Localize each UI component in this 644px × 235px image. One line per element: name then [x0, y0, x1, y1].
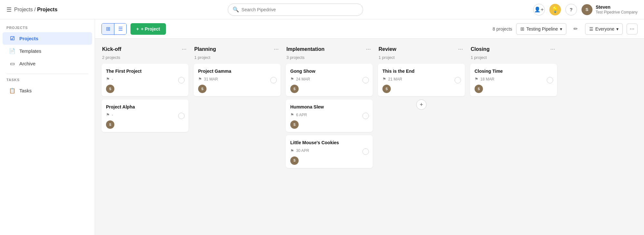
flag-icon: ⚑ — [382, 77, 386, 81]
col-implementation-menu-button[interactable]: ··· — [365, 45, 372, 53]
add-project-col-button[interactable]: + — [416, 99, 427, 110]
help-icon: ? — [570, 7, 572, 12]
col-review-menu-button[interactable]: ··· — [457, 45, 464, 53]
card-avatar: S — [106, 85, 114, 93]
card-footer: S — [382, 85, 460, 93]
card-date: 31 MAR — [204, 77, 218, 81]
card-this-is-the-end: This is the End ⚑ 21 MAR S — [378, 64, 465, 96]
card-meta: ⚑ 30 APR — [290, 148, 368, 153]
help-button[interactable]: ? — [565, 4, 577, 15]
search-input[interactable] — [242, 7, 358, 12]
card-gong-show: Gong Show ⚑ 24 MAR S — [286, 64, 373, 96]
card-date: - — [112, 113, 113, 117]
filter-label: Everyone — [595, 26, 614, 32]
user-info[interactable]: S Steven Test Pipedrive Company — [582, 4, 638, 15]
card-footer: S — [106, 120, 184, 129]
sidebar-item-archive[interactable]: ▭ Archive — [3, 57, 92, 70]
flag-icon: ⚑ — [290, 77, 294, 81]
sidebar-item-tasks[interactable]: 📋 Tasks — [3, 84, 92, 97]
col-implementation-title: Implementation — [286, 46, 324, 52]
card-meta: ⚑ - — [106, 112, 184, 117]
flag-icon: ⚑ — [290, 112, 294, 117]
breadcrumb-prefix: Projects / — [14, 7, 37, 12]
card-checkbox[interactable] — [362, 113, 369, 119]
card-little-mouse-cookies: Little Mouse's Cookies ⚑ 30 APR S — [286, 135, 373, 168]
content: ⊞ ☰ + + Project 8 projects ⊞ Testing Pip… — [95, 19, 644, 235]
bulb-button[interactable]: 💡 — [549, 4, 561, 15]
topnav-right: 👤+ 💡 ? S Steven Test Pipedrive Company — [533, 4, 638, 15]
col-closing-menu-button[interactable]: ··· — [549, 45, 556, 53]
add-col-icon: + — [420, 101, 423, 108]
col-kickoff-menu-button[interactable]: ··· — [180, 45, 188, 53]
add-project-icon: + — [136, 26, 139, 32]
card-footer: S — [106, 85, 184, 93]
col-planning-menu-button[interactable]: ··· — [273, 45, 280, 53]
col-planning: Planning ··· 1 project Project Gamma ⚑ 3… — [194, 45, 281, 235]
avatar: S — [582, 4, 592, 15]
col-closing-cards: Closing Time ⚑ 18 MAR S — [470, 64, 557, 96]
search-icon: 🔍 — [233, 6, 239, 13]
flag-icon: ⚑ — [290, 148, 294, 153]
kanban-board: Kick-off ··· 2 projects The First Projec… — [95, 39, 644, 235]
card-date: 18 MAR — [480, 77, 494, 81]
user-company: Test Pipedrive Company — [596, 10, 638, 15]
tasks-icon: 📋 — [9, 88, 15, 94]
card-the-first-project: The First Project ⚑ - S — [101, 64, 188, 96]
topnav: ☰ Projects / Projects 🔍 👤+ 💡 ? S Steven … — [0, 0, 644, 19]
filter-button[interactable]: ☰ Everyone ▾ — [585, 23, 623, 35]
card-footer: S — [198, 85, 276, 93]
card-avatar: S — [475, 85, 483, 93]
col-review-title: Review — [379, 46, 396, 52]
tasks-section-label: TASKS — [0, 78, 95, 84]
search-bar[interactable]: 🔍 — [228, 4, 363, 16]
card-checkbox[interactable] — [362, 77, 369, 83]
list-view-button[interactable]: ☰ — [114, 24, 126, 34]
col-review-header: Review ··· — [378, 45, 465, 53]
projects-section-label: PROJECTS — [0, 26, 95, 32]
col-kickoff-count: 2 projects — [101, 55, 188, 60]
card-meta: ⚑ 6 APR — [290, 112, 368, 117]
sidebar-divider — [6, 74, 88, 74]
add-person-button[interactable]: 👤+ — [533, 4, 545, 15]
col-review-count: 1 project — [378, 55, 465, 60]
pipeline-selector[interactable]: ⊞ Testing Pipeline ▾ — [516, 23, 566, 35]
topnav-left: ☰ Projects / Projects — [6, 6, 57, 13]
col-implementation-header: Implementation ··· — [286, 45, 373, 53]
sidebar-item-projects[interactable]: ☑ Projects — [3, 32, 92, 45]
more-button[interactable]: ··· — [627, 24, 638, 34]
card-checkbox[interactable] — [547, 77, 553, 83]
hamburger-icon[interactable]: ☰ — [6, 6, 12, 13]
card-checkbox[interactable] — [178, 77, 185, 83]
card-checkbox[interactable] — [455, 77, 461, 83]
topnav-center: 🔍 — [62, 4, 528, 16]
edit-button[interactable]: ✏ — [570, 24, 581, 34]
card-project-alpha: Project Alpha ⚑ - S — [101, 99, 188, 132]
card-meta: ⚑ 24 MAR — [290, 77, 368, 81]
filter-icon: ☰ — [589, 26, 593, 32]
col-kickoff-cards: The First Project ⚑ - S Project Alpha — [101, 64, 188, 132]
breadcrumb: Projects / Projects — [14, 7, 57, 13]
col-kickoff-header: Kick-off ··· — [101, 45, 188, 53]
user-text: Steven Test Pipedrive Company — [596, 4, 638, 15]
sidebar-archive-label: Archive — [19, 61, 35, 66]
user-name: Steven — [596, 4, 638, 10]
card-avatar: S — [290, 156, 299, 165]
col-planning-cards: Project Gamma ⚑ 31 MAR S — [194, 64, 281, 96]
card-title: Project Alpha — [106, 104, 184, 110]
sidebar-tasks-label: Tasks — [19, 88, 32, 93]
sidebar: PROJECTS ☑ Projects 📄 Templates ▭ Archiv… — [0, 19, 95, 235]
card-title: The First Project — [106, 68, 184, 74]
card-checkbox[interactable] — [178, 113, 185, 119]
card-checkbox[interactable] — [270, 77, 277, 83]
sidebar-item-templates[interactable]: 📄 Templates — [3, 45, 92, 57]
add-project-button[interactable]: + + Project — [130, 23, 166, 35]
col-planning-count: 1 project — [194, 55, 281, 60]
toolbar: ⊞ ☰ + + Project 8 projects ⊞ Testing Pip… — [95, 19, 644, 39]
col-review: Review ··· 1 project This is the End ⚑ 2… — [378, 45, 465, 235]
card-checkbox[interactable] — [362, 148, 369, 155]
sidebar-projects-label: Projects — [19, 36, 38, 41]
card-project-gamma: Project Gamma ⚑ 31 MAR S — [194, 64, 281, 96]
kanban-view-button[interactable]: ⊞ — [102, 24, 114, 34]
templates-icon: 📄 — [9, 48, 15, 54]
card-title: This is the End — [382, 68, 460, 74]
